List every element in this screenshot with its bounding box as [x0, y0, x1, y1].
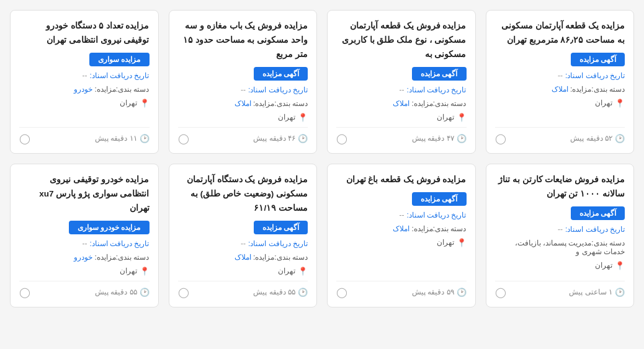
category-label: دسته بندی:مزایده: [411, 99, 466, 108]
category-row: دسته بندی:مزایده: املاک [495, 85, 625, 94]
time-ago: ۴۶ دقیقه پیش [253, 134, 295, 143]
time-row: 🕑 ۱ ساعتی پیش [569, 288, 625, 297]
date-label: تاریخ دریافت اسناد: [248, 239, 308, 248]
location-row: 📍 تهران [178, 113, 308, 122]
category-label: دسته بندی:مزایده: [253, 99, 308, 108]
card-8: مزایده خودرو توقیفی نیروی انتظامی سواری … [10, 164, 159, 307]
meta-date: تاریخ دریافت اسناد: -- [178, 86, 308, 94]
location-text: تهران [278, 113, 295, 121]
meta-date: تاریخ دریافت اسناد: -- [495, 71, 625, 80]
category-row: دسته بندی:مزایده: املاک [178, 253, 308, 262]
card-title: مزایده فروش یک قطعه آپارتمان مسکونی ، نو… [336, 19, 467, 62]
category-label: دسته بندی:مزایده: [411, 224, 466, 233]
location-text: تهران [278, 267, 295, 275]
clock-icon: 🕑 [457, 134, 467, 143]
clock-icon: 🕑 [615, 288, 625, 297]
card-1: مزایده یک قطعه آپارتمان مسکونی به مساحت … [486, 10, 635, 154]
location-row: 📍 تهران [495, 261, 625, 270]
time-ago: ۱ ساعتی پیش [569, 288, 612, 296]
date-label: تاریخ دریافت اسناد: [406, 211, 466, 219]
date-value: -- [558, 225, 563, 234]
time-row: 🕑 ۴۶ دقیقه پیش [253, 134, 308, 143]
location-text: تهران [437, 113, 454, 121]
bookmark-icon[interactable]: ◯ [178, 133, 189, 144]
category-link[interactable]: املاک [552, 85, 568, 94]
location-row: 📍 تهران [336, 113, 467, 122]
badge[interactable]: آگهی مزایده [254, 221, 308, 234]
card-title: مزایده فروش یک دستگاه آپارتمان مسکونی (و… [178, 173, 308, 216]
card-footer: 🕑 ۴۶ دقیقه پیش ◯ [178, 127, 308, 144]
badge[interactable]: آگهی مزایده [571, 53, 625, 66]
category-row: دسته بندی:مزایده: املاک [336, 224, 467, 233]
time-row: 🕑 ۵۲ دقیقه پیش [570, 134, 625, 143]
card-footer: 🕑 ۵۲ دقیقه پیش ◯ [495, 127, 625, 144]
location-text: تهران [437, 238, 454, 247]
badge[interactable]: آگهی مزایده [412, 192, 466, 206]
category-link[interactable]: املاک [235, 253, 251, 262]
time-ago: ۱۱ دقیقه پیش [95, 134, 137, 143]
category-label: دسته بندی:مزایده: [94, 253, 149, 262]
category-row: دسته بندی:مزایده: خودرو [19, 253, 150, 262]
time-ago: ۵۲ دقیقه پیش [570, 134, 612, 143]
bookmark-icon[interactable]: ◯ [336, 286, 347, 298]
card-footer: 🕑 ۴۷ دقیقه پیش ◯ [336, 127, 467, 144]
clock-icon: 🕑 [140, 288, 150, 297]
badge[interactable]: مزایده سواری [89, 53, 149, 66]
category-link[interactable]: املاک [393, 224, 409, 233]
category-label: دسته بندی:مزایده: [570, 85, 625, 94]
date-label: تاریخ دریافت اسناد: [565, 71, 625, 80]
date-value: -- [558, 71, 563, 80]
category-link[interactable]: خودرو [74, 85, 92, 94]
category-link[interactable]: خودرو [74, 253, 92, 262]
card-title: مزایده فروش یک قطعه باغ تهران [336, 173, 467, 187]
location-row: 📍 تهران [19, 267, 150, 276]
location-row: 📍 تهران [19, 99, 150, 108]
bookmark-icon[interactable]: ◯ [19, 286, 30, 298]
location-icon: 📍 [615, 261, 625, 270]
date-label: تاریخ دریافت اسناد: [406, 86, 466, 94]
time-ago: ۵۵ دقیقه پیش [253, 288, 295, 296]
time-ago: ۵۵ دقیقه پیش [95, 288, 137, 296]
bookmark-icon[interactable]: ◯ [19, 133, 30, 144]
card-footer: 🕑 ۱۱ دقیقه پیش ◯ [19, 127, 150, 144]
date-label: تاریخ دریافت اسناد: [89, 239, 149, 248]
time-row: 🕑 ۴۷ دقیقه پیش [412, 134, 467, 143]
clock-icon: 🕑 [457, 288, 467, 297]
card-5: مزایده فروش ضایعات کارتن به تناژ سالانه … [486, 164, 635, 307]
meta-date: تاریخ دریافت اسناد: -- [336, 86, 467, 94]
time-row: 🕑 ۵۵ دقیقه پیش [253, 288, 308, 297]
card-title: مزایده فروش یک باب مغازه و سه واحد مسکون… [178, 19, 308, 62]
location-icon: 📍 [298, 113, 308, 122]
bookmark-icon[interactable]: ◯ [495, 133, 506, 144]
location-text: تهران [595, 99, 612, 107]
location-row: 📍 تهران [178, 267, 308, 276]
card-footer: 🕑 ۵۹ دقیقه پیش ◯ [336, 281, 467, 298]
location-text: تهران [595, 261, 612, 270]
clock-icon: 🕑 [298, 134, 308, 143]
badge[interactable]: آگهی مزایده [412, 67, 466, 81]
meta-date: تاریخ دریافت اسناد: -- [19, 71, 150, 80]
meta-date: تاریخ دریافت اسناد: -- [495, 225, 625, 234]
cards-grid: مزایده یک قطعه آپارتمان مسکونی به مساحت … [0, 0, 644, 317]
badge[interactable]: آگهی مزایده [571, 206, 625, 220]
location-icon: 📍 [140, 267, 150, 276]
bookmark-icon[interactable]: ◯ [178, 286, 189, 298]
category-link[interactable]: املاک [235, 99, 251, 108]
card-title: مزایده یک قطعه آپارتمان مسکونی به مساحت … [495, 19, 625, 48]
bookmark-icon[interactable]: ◯ [336, 133, 347, 144]
location-icon: 📍 [457, 238, 467, 247]
time-ago: ۵۹ دقیقه پیش [412, 288, 454, 296]
category-label: دسته بندی:مزایده: [253, 253, 308, 262]
time-row: 🕑 ۵۵ دقیقه پیش [95, 288, 150, 297]
badge[interactable]: آگهی مزایده [254, 67, 308, 81]
category-link[interactable]: املاک [393, 99, 409, 108]
date-value: -- [241, 239, 246, 248]
bookmark-icon[interactable]: ◯ [495, 286, 506, 298]
meta-date: تاریخ دریافت اسناد: -- [336, 211, 467, 219]
time-ago: ۴۷ دقیقه پیش [412, 134, 454, 143]
card-footer: 🕑 ۵۵ دقیقه پیش ◯ [178, 281, 308, 298]
location-icon: 📍 [140, 99, 150, 108]
location-icon: 📍 [298, 267, 308, 276]
location-row: 📍 تهران [336, 238, 467, 247]
badge[interactable]: مزایده خودرو سواری [69, 221, 150, 234]
